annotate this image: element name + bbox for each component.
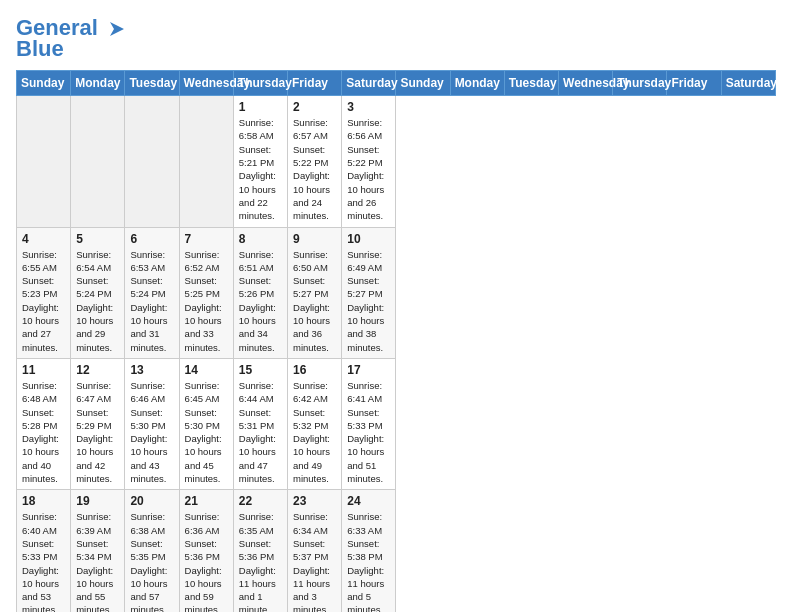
day-number: 8 [239, 232, 282, 246]
day-info: Sunrise: 6:49 AM Sunset: 5:27 PM Dayligh… [347, 248, 390, 354]
day-info: Sunrise: 6:58 AM Sunset: 5:21 PM Dayligh… [239, 116, 282, 222]
calendar-cell: 6Sunrise: 6:53 AM Sunset: 5:24 PM Daylig… [125, 227, 179, 358]
weekday-thursday: Thursday [613, 71, 667, 96]
day-number: 14 [185, 363, 228, 377]
calendar-cell: 13Sunrise: 6:46 AM Sunset: 5:30 PM Dayli… [125, 358, 179, 489]
day-info: Sunrise: 6:38 AM Sunset: 5:35 PM Dayligh… [130, 510, 173, 612]
day-number: 4 [22, 232, 65, 246]
weekday-monday: Monday [450, 71, 504, 96]
calendar-cell: 9Sunrise: 6:50 AM Sunset: 5:27 PM Daylig… [288, 227, 342, 358]
calendar-cell: 17Sunrise: 6:41 AM Sunset: 5:33 PM Dayli… [342, 358, 396, 489]
calendar-cell: 3Sunrise: 6:56 AM Sunset: 5:22 PM Daylig… [342, 96, 396, 227]
calendar-cell: 11Sunrise: 6:48 AM Sunset: 5:28 PM Dayli… [17, 358, 71, 489]
week-row-2: 4Sunrise: 6:55 AM Sunset: 5:23 PM Daylig… [17, 227, 776, 358]
calendar-cell: 23Sunrise: 6:34 AM Sunset: 5:37 PM Dayli… [288, 490, 342, 612]
day-info: Sunrise: 6:56 AM Sunset: 5:22 PM Dayligh… [347, 116, 390, 222]
weekday-header-sunday: Sunday [17, 71, 71, 96]
day-number: 18 [22, 494, 65, 508]
calendar-cell: 21Sunrise: 6:36 AM Sunset: 5:36 PM Dayli… [179, 490, 233, 612]
day-number: 13 [130, 363, 173, 377]
day-number: 7 [185, 232, 228, 246]
day-info: Sunrise: 6:42 AM Sunset: 5:32 PM Dayligh… [293, 379, 336, 485]
day-info: Sunrise: 6:53 AM Sunset: 5:24 PM Dayligh… [130, 248, 173, 354]
day-info: Sunrise: 6:54 AM Sunset: 5:24 PM Dayligh… [76, 248, 119, 354]
weekday-header-tuesday: Tuesday [125, 71, 179, 96]
day-number: 11 [22, 363, 65, 377]
day-info: Sunrise: 6:34 AM Sunset: 5:37 PM Dayligh… [293, 510, 336, 612]
day-info: Sunrise: 6:41 AM Sunset: 5:33 PM Dayligh… [347, 379, 390, 485]
day-number: 17 [347, 363, 390, 377]
day-number: 9 [293, 232, 336, 246]
day-info: Sunrise: 6:39 AM Sunset: 5:34 PM Dayligh… [76, 510, 119, 612]
calendar-cell: 12Sunrise: 6:47 AM Sunset: 5:29 PM Dayli… [71, 358, 125, 489]
day-number: 21 [185, 494, 228, 508]
calendar-cell: 19Sunrise: 6:39 AM Sunset: 5:34 PM Dayli… [71, 490, 125, 612]
weekday-tuesday: Tuesday [504, 71, 558, 96]
logo: General Blue [16, 16, 126, 62]
calendar-cell [71, 96, 125, 227]
weekday-friday: Friday [667, 71, 721, 96]
weekday-header-row: SundayMondayTuesdayWednesdayThursdayFrid… [17, 71, 776, 96]
calendar-cell: 15Sunrise: 6:44 AM Sunset: 5:31 PM Dayli… [233, 358, 287, 489]
weekday-header-monday: Monday [71, 71, 125, 96]
day-info: Sunrise: 6:36 AM Sunset: 5:36 PM Dayligh… [185, 510, 228, 612]
weekday-header-friday: Friday [288, 71, 342, 96]
day-info: Sunrise: 6:47 AM Sunset: 5:29 PM Dayligh… [76, 379, 119, 485]
weekday-wednesday: Wednesday [559, 71, 613, 96]
calendar-cell: 5Sunrise: 6:54 AM Sunset: 5:24 PM Daylig… [71, 227, 125, 358]
day-info: Sunrise: 6:33 AM Sunset: 5:38 PM Dayligh… [347, 510, 390, 612]
week-row-4: 18Sunrise: 6:40 AM Sunset: 5:33 PM Dayli… [17, 490, 776, 612]
calendar-cell: 8Sunrise: 6:51 AM Sunset: 5:26 PM Daylig… [233, 227, 287, 358]
day-number: 15 [239, 363, 282, 377]
day-number: 24 [347, 494, 390, 508]
day-info: Sunrise: 6:35 AM Sunset: 5:36 PM Dayligh… [239, 510, 282, 612]
calendar-cell: 1Sunrise: 6:58 AM Sunset: 5:21 PM Daylig… [233, 96, 287, 227]
day-number: 19 [76, 494, 119, 508]
calendar-cell: 20Sunrise: 6:38 AM Sunset: 5:35 PM Dayli… [125, 490, 179, 612]
calendar-cell: 4Sunrise: 6:55 AM Sunset: 5:23 PM Daylig… [17, 227, 71, 358]
day-number: 22 [239, 494, 282, 508]
day-number: 3 [347, 100, 390, 114]
day-number: 12 [76, 363, 119, 377]
weekday-header-wednesday: Wednesday [179, 71, 233, 96]
day-info: Sunrise: 6:40 AM Sunset: 5:33 PM Dayligh… [22, 510, 65, 612]
day-number: 1 [239, 100, 282, 114]
weekday-header-saturday: Saturday [342, 71, 396, 96]
calendar-cell [17, 96, 71, 227]
day-number: 10 [347, 232, 390, 246]
calendar-cell: 2Sunrise: 6:57 AM Sunset: 5:22 PM Daylig… [288, 96, 342, 227]
day-number: 20 [130, 494, 173, 508]
calendar-cell: 22Sunrise: 6:35 AM Sunset: 5:36 PM Dayli… [233, 490, 287, 612]
calendar-cell: 24Sunrise: 6:33 AM Sunset: 5:38 PM Dayli… [342, 490, 396, 612]
day-info: Sunrise: 6:57 AM Sunset: 5:22 PM Dayligh… [293, 116, 336, 222]
day-info: Sunrise: 6:50 AM Sunset: 5:27 PM Dayligh… [293, 248, 336, 354]
day-number: 6 [130, 232, 173, 246]
calendar-table: SundayMondayTuesdayWednesdayThursdayFrid… [16, 70, 776, 612]
day-info: Sunrise: 6:45 AM Sunset: 5:30 PM Dayligh… [185, 379, 228, 485]
day-info: Sunrise: 6:46 AM Sunset: 5:30 PM Dayligh… [130, 379, 173, 485]
logo-arrow-icon [106, 20, 126, 38]
day-number: 23 [293, 494, 336, 508]
weekday-sunday: Sunday [396, 71, 450, 96]
day-number: 5 [76, 232, 119, 246]
calendar-cell [179, 96, 233, 227]
header: General Blue [16, 16, 776, 62]
weekday-saturday: Saturday [721, 71, 775, 96]
logo-blue: Blue [16, 36, 64, 62]
calendar-cell: 7Sunrise: 6:52 AM Sunset: 5:25 PM Daylig… [179, 227, 233, 358]
svg-marker-0 [110, 22, 124, 36]
week-row-3: 11Sunrise: 6:48 AM Sunset: 5:28 PM Dayli… [17, 358, 776, 489]
day-info: Sunrise: 6:51 AM Sunset: 5:26 PM Dayligh… [239, 248, 282, 354]
calendar-cell [125, 96, 179, 227]
day-info: Sunrise: 6:44 AM Sunset: 5:31 PM Dayligh… [239, 379, 282, 485]
day-number: 2 [293, 100, 336, 114]
day-info: Sunrise: 6:55 AM Sunset: 5:23 PM Dayligh… [22, 248, 65, 354]
week-row-1: 1Sunrise: 6:58 AM Sunset: 5:21 PM Daylig… [17, 96, 776, 227]
calendar-cell: 16Sunrise: 6:42 AM Sunset: 5:32 PM Dayli… [288, 358, 342, 489]
calendar-cell: 18Sunrise: 6:40 AM Sunset: 5:33 PM Dayli… [17, 490, 71, 612]
day-info: Sunrise: 6:48 AM Sunset: 5:28 PM Dayligh… [22, 379, 65, 485]
day-info: Sunrise: 6:52 AM Sunset: 5:25 PM Dayligh… [185, 248, 228, 354]
calendar-cell: 10Sunrise: 6:49 AM Sunset: 5:27 PM Dayli… [342, 227, 396, 358]
day-number: 16 [293, 363, 336, 377]
calendar-cell: 14Sunrise: 6:45 AM Sunset: 5:30 PM Dayli… [179, 358, 233, 489]
